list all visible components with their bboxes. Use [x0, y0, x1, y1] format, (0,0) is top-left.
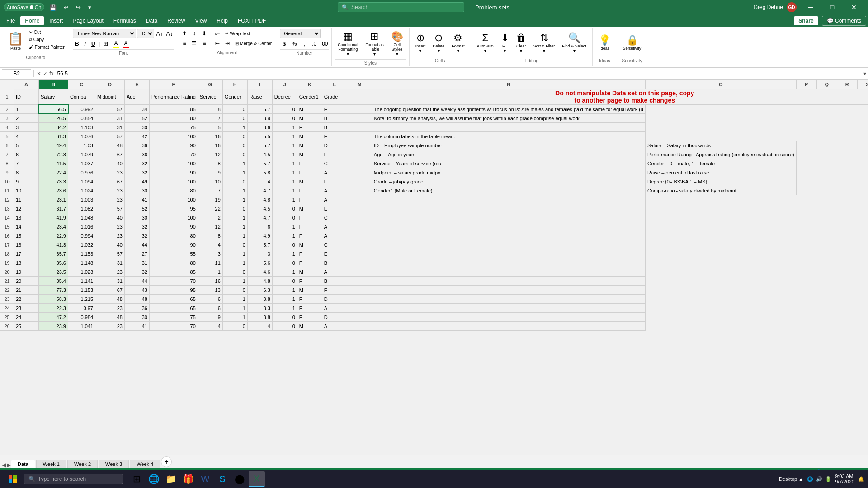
cell-row25-col8[interactable]: 3.8	[247, 313, 272, 322]
menu-insert[interactable]: Insert	[45, 16, 67, 25]
cell-row18-col1[interactable]: 65.7	[39, 249, 68, 258]
cell-row23-col10[interactable]: F	[297, 295, 322, 304]
notification-icon[interactable]: 🔔	[858, 476, 864, 479]
cell-row21-col4[interactable]: 44	[125, 277, 150, 286]
cell-row5-col9[interactable]: 1	[272, 132, 297, 141]
cell-row6-col1[interactable]: 49.4	[39, 141, 68, 150]
cell-row12-col7[interactable]: 1	[222, 195, 247, 204]
row-num-17[interactable]: 17	[0, 240, 14, 249]
row-num-13[interactable]: 13	[0, 204, 14, 213]
cell-row20-col2[interactable]: 1.023	[68, 267, 95, 277]
cell-row8-col2[interactable]: 1.037	[68, 159, 95, 168]
formula-expand-button[interactable]: ▾	[863, 70, 866, 77]
cell-row23-col5[interactable]: 65	[150, 295, 198, 304]
cell-row6-col2[interactable]: 1.03	[68, 141, 95, 150]
cell-row20-col9[interactable]: 1	[272, 267, 297, 277]
cell-row20-col5[interactable]: 85	[150, 267, 198, 277]
cell-row14-col5[interactable]: 100	[150, 213, 198, 222]
cell-row24-col6[interactable]: 6	[198, 304, 222, 313]
cell-row15-col10[interactable]: F	[297, 222, 322, 231]
col-header-q[interactable]: Q	[816, 80, 837, 89]
col-header-j[interactable]: J	[272, 80, 297, 89]
cell-row15-col2[interactable]: 1.016	[68, 222, 95, 231]
cell-row16-col9[interactable]: 1	[272, 231, 297, 240]
cell-row3-col10[interactable]: M	[297, 114, 322, 123]
cell-row26-col10[interactable]: M	[297, 322, 322, 331]
undo-button[interactable]: ↩	[61, 3, 71, 12]
cell-row5-col11[interactable]: E	[322, 132, 347, 141]
row-num-9[interactable]: 9	[0, 168, 14, 177]
cell-row3-col2[interactable]: 0.854	[68, 114, 95, 123]
cell-row14-col0[interactable]: 13	[14, 213, 39, 222]
cell-row6-col0[interactable]: 5	[14, 141, 39, 150]
cell-row18-col7[interactable]: 1	[222, 249, 247, 258]
cell-row5-col5[interactable]: 100	[150, 132, 198, 141]
cell-row10-col1[interactable]: 73.3	[39, 177, 68, 186]
cell-row20-col1[interactable]: 23.5	[39, 267, 68, 277]
cell-row21-col6[interactable]: 16	[198, 277, 222, 286]
cell-row10-col7[interactable]: 0	[222, 177, 247, 186]
cell-row6-col4[interactable]: 36	[125, 141, 150, 150]
cell-row3-col0[interactable]: 2	[14, 114, 39, 123]
cell-row16-col6[interactable]: 8	[198, 231, 222, 240]
cell-row4-col8[interactable]: 3.6	[247, 123, 272, 132]
add-sheet-button[interactable]: +	[161, 456, 172, 467]
taskbar-search[interactable]: 🔍 Type here to search	[24, 474, 123, 478]
cell-row11-col9[interactable]: 1	[272, 186, 297, 195]
cell-row17-col5[interactable]: 90	[150, 240, 198, 249]
cell-row22-col4[interactable]: 43	[125, 286, 150, 295]
cell-row14-col1[interactable]: 41.9	[39, 213, 68, 222]
cell-row26-col3[interactable]: 23	[95, 322, 125, 331]
cell-row23-col6[interactable]: 6	[198, 295, 222, 304]
cell-m1[interactable]	[347, 89, 372, 105]
cell-row24-col2[interactable]: 0.97	[68, 304, 95, 313]
cell-row17-col8[interactable]: 5.7	[247, 240, 272, 249]
cell-row17-col2[interactable]: 1.032	[68, 240, 95, 249]
cell-row24-col7[interactable]: 1	[222, 304, 247, 313]
cell-row13-col8[interactable]: 4.5	[247, 204, 272, 213]
italic-button[interactable]: I	[82, 40, 88, 48]
cell-row14-col7[interactable]: 1	[222, 213, 247, 222]
cell-row26-col1[interactable]: 23.9	[39, 322, 68, 331]
cell-row16-col10[interactable]: F	[297, 231, 322, 240]
row-num-7[interactable]: 7	[0, 150, 14, 159]
cell-row10-col10[interactable]: M	[297, 177, 322, 186]
cell-row24-col0[interactable]: 23	[14, 304, 39, 313]
cell-row14-col8[interactable]: 4.7	[247, 213, 272, 222]
cell-row17-col9[interactable]: 0	[272, 240, 297, 249]
cell-row21-col5[interactable]: 70	[150, 277, 198, 286]
cell-row19-col7[interactable]: 1	[222, 258, 247, 267]
cell-styles-button[interactable]: 🎨 CellStyles ▾	[388, 29, 406, 58]
cell-row8-col7[interactable]: 1	[222, 159, 247, 168]
font-color-button[interactable]: A	[121, 39, 130, 48]
cell-row15-col4[interactable]: 32	[125, 222, 150, 231]
cell-row11-col5[interactable]: 80	[150, 186, 198, 195]
cell-row19-col4[interactable]: 31	[125, 258, 150, 267]
taskbar-task-view[interactable]: ⊞	[128, 471, 145, 478]
cell-row25-col11[interactable]: D	[322, 313, 347, 322]
font-size-select[interactable]: 12	[137, 29, 154, 38]
cell-row2-col7[interactable]: 0	[222, 105, 247, 114]
cell-row16-col5[interactable]: 80	[150, 231, 198, 240]
cell-row12-col3[interactable]: 23	[95, 195, 125, 204]
font-grow-button[interactable]: A↑	[155, 29, 164, 38]
cell-row11-col4[interactable]: 30	[125, 186, 150, 195]
cell-row9-col4[interactable]: 32	[125, 168, 150, 177]
cell-row24-col1[interactable]: 22.3	[39, 304, 68, 313]
cell-row14-col4[interactable]: 30	[125, 213, 150, 222]
cell-row19-col11[interactable]: B	[322, 258, 347, 267]
cell-row7-colm[interactable]	[347, 150, 372, 159]
cell-row18-col9[interactable]: 1	[272, 249, 297, 258]
cell-row15-col8[interactable]: 6	[247, 222, 272, 231]
cell-row23-col1[interactable]: 58.3	[39, 295, 68, 304]
ideas-button[interactable]: 💡 Ideas	[595, 29, 614, 56]
search-input[interactable]	[351, 4, 451, 10]
cell-c1[interactable]: Compa	[68, 89, 95, 105]
customize-button[interactable]: ▾	[86, 3, 94, 12]
cell-row25-colm[interactable]	[347, 313, 372, 322]
insert-button[interactable]: ⊕ Insert ▾	[412, 29, 429, 56]
cell-row13-col11[interactable]: E	[322, 204, 347, 213]
cell-row18-col3[interactable]: 57	[95, 249, 125, 258]
row-num-5[interactable]: 5	[0, 132, 14, 141]
row-num-2[interactable]: 2	[0, 105, 14, 114]
